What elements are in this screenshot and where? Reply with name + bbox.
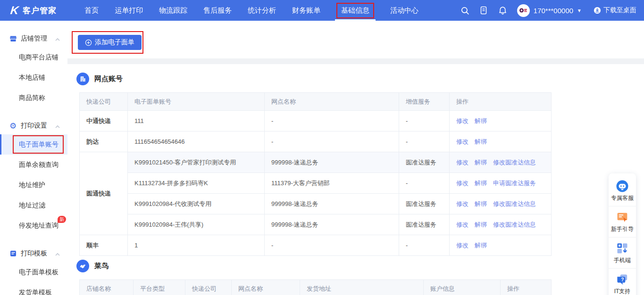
branch-name-cell: 999998-速递总务 (265, 152, 399, 173)
waybill-account-cell: K11132734-拼多多扫码寄K (128, 173, 265, 194)
table-row: 韵达111654654654646--修改解绑 (80, 131, 552, 152)
sidebar-item-label: 发货单模板 (19, 288, 52, 295)
app-logo-icon: K (10, 5, 19, 16)
float-item-IT支持[interactable]: ?IT支持 (609, 268, 636, 295)
value-added-service-cell: 圆准达服务 (399, 194, 450, 214)
main-content: 添加电子面单 网点账号 快递公司电子面单账号网点名称增值服务操作中通快递111-… (67, 21, 644, 295)
branch-name-cell: - (265, 131, 399, 152)
float-item-label: IT支持 (614, 287, 631, 295)
action-link-解绑[interactable]: 解绑 (475, 200, 487, 207)
table-row: K9991020984-代收测试专用999998-速递总务圆准达服务修改解绑修改… (80, 194, 552, 214)
cainiao-accounts-table: 店铺名称平台类型快递公司网点名称发货地址账户信息操作 (79, 279, 552, 295)
float-item-label: 专属客服 (611, 194, 634, 202)
table-row: K9991020984-王伟(共享)999998-速递总务圆准达服务修改解绑修改… (80, 214, 552, 235)
nav-item-运单打印[interactable]: 运单打印 (107, 0, 151, 21)
column-header-网点名称: 网点名称 (232, 280, 300, 295)
actions-cell: 修改解绑修改圆准达信息 (450, 194, 552, 214)
sidebar-item-本地店铺[interactable]: 本地店铺 (0, 67, 67, 88)
sidebar-item-label: 面单余额查询 (19, 161, 59, 168)
nav-item-label: 基础信息 (336, 3, 374, 18)
avatar (517, 4, 530, 17)
search-icon[interactable] (460, 6, 469, 15)
action-link-解绑[interactable]: 解绑 (475, 138, 487, 145)
account-menu[interactable]: 170***00000 ▼ (517, 4, 582, 17)
nav-item-label: 财务账单 (292, 6, 320, 15)
sidebar-item-发货单模板[interactable]: 发货单模板 (0, 282, 67, 295)
action-link-修改[interactable]: 修改 (456, 180, 468, 187)
sidebar-item-商品简称[interactable]: 商品简称 (0, 88, 67, 108)
actions-cell: 修改解绑 (450, 235, 552, 256)
sidebar-item-地址维护[interactable]: 地址维护 (0, 175, 67, 195)
table-row: 中通快递111--修改解绑 (80, 111, 552, 131)
action-link-修改圆准达信息[interactable]: 修改圆准达信息 (493, 221, 536, 228)
nav-item-基础信息[interactable]: 基础信息 (328, 0, 382, 21)
sidebar-group-label: 打印模板 (21, 249, 47, 258)
sidebar: 店铺管理电商平台店铺本地店铺商品简称⚙打印设置电子面单账号面单余额查询地址维护地… (0, 21, 67, 295)
action-link-修改[interactable]: 修改 (456, 221, 468, 228)
action-link-解绑[interactable]: 解绑 (475, 221, 487, 228)
sidebar-group-打印设置[interactable]: ⚙打印设置 (0, 117, 67, 134)
action-link-修改[interactable]: 修改 (456, 138, 468, 145)
column-header-操作: 操作 (450, 93, 552, 111)
column-header-店铺名称: 店铺名称 (80, 280, 134, 295)
value-added-service-cell: - (399, 111, 450, 131)
mobile-qr-icon (616, 242, 628, 255)
waybill-account-cell: K9991020984-王伟(共享) (128, 214, 265, 235)
float-item-专属客服[interactable]: 专属客服 (609, 175, 636, 206)
sidebar-item-label: 本地店铺 (19, 74, 45, 81)
storefront-icon (9, 35, 17, 43)
action-link-解绑[interactable]: 解绑 (475, 242, 487, 249)
branch-name-cell: - (265, 235, 399, 256)
float-item-手机端[interactable]: 手机端 (609, 237, 636, 268)
sidebar-item-label: 电子面单账号 (19, 140, 59, 148)
sidebar-item-停发地址查询[interactable]: 停发地址查询新 (0, 215, 67, 236)
column-header-增值服务: 增值服务 (399, 93, 450, 111)
sidebar-group-店铺管理[interactable]: 店铺管理 (0, 30, 67, 47)
nav-item-活动中心[interactable]: 活动中心 (382, 0, 427, 21)
nav-item-物流跟踪[interactable]: 物流跟踪 (151, 0, 195, 21)
sidebar-group-label: 打印设置 (21, 122, 47, 130)
nav-item-财务账单[interactable]: 财务账单 (284, 0, 328, 21)
action-link-解绑[interactable]: 解绑 (475, 117, 487, 124)
action-link-修改圆准达信息[interactable]: 修改圆准达信息 (493, 159, 536, 166)
download-icon (594, 7, 601, 14)
waybill-account-cell: 1 (128, 235, 265, 256)
action-link-解绑[interactable]: 解绑 (475, 180, 487, 187)
column-header-网点名称: 网点名称 (265, 93, 399, 111)
action-link-修改[interactable]: 修改 (456, 117, 468, 124)
action-link-修改[interactable]: 修改 (456, 200, 468, 207)
bell-icon[interactable] (498, 6, 507, 15)
document-icon[interactable] (479, 6, 488, 15)
beginner-guide-icon (616, 211, 629, 224)
column-header-操作: 操作 (501, 280, 552, 295)
sidebar-group-打印模板[interactable]: 打印模板 (0, 245, 67, 262)
waybill-account-cell: 111654654654646 (128, 131, 265, 152)
action-link-申请圆准达服务[interactable]: 申请圆准达服务 (493, 180, 536, 187)
add-waybill-account-button[interactable]: 添加电子面单 (78, 35, 142, 50)
app-logo[interactable]: K 客户管家 (10, 5, 57, 16)
sidebar-item-电子面单账号[interactable]: 电子面单账号 (0, 134, 67, 155)
float-item-新手引导[interactable]: 新手引导 (609, 206, 636, 237)
sidebar-item-label: 电商平台店铺 (19, 53, 59, 61)
sidebar-item-面单余额查询[interactable]: 面单余额查询 (0, 155, 67, 175)
accounts-panel: 网点账号 快递公司电子面单账号网点名称增值服务操作中通快递111--修改解绑韵达… (67, 64, 644, 295)
cainiao-section-header: 菜鸟 (67, 260, 644, 272)
sidebar-item-label: 停发地址查询 (19, 221, 59, 229)
sidebar-item-电子面单模板[interactable]: 电子面单模板 (0, 262, 67, 282)
waybill-account-cell: K9991020984-代收测试专用 (128, 194, 265, 214)
sidebar-item-电商平台店铺[interactable]: 电商平台店铺 (0, 47, 67, 67)
value-added-service-cell: 圆准达服务 (399, 214, 450, 235)
action-link-解绑[interactable]: 解绑 (475, 159, 487, 166)
customer-service-icon (616, 180, 629, 193)
download-desktop-button[interactable]: 下载至桌面 (594, 6, 636, 15)
column-header-平台类型: 平台类型 (134, 280, 185, 295)
action-link-修改[interactable]: 修改 (456, 159, 468, 166)
action-link-修改[interactable]: 修改 (456, 242, 468, 249)
waybill-section-header: 网点账号 (67, 64, 644, 85)
nav-item-售后服务[interactable]: 售后服务 (195, 0, 240, 21)
action-link-修改圆准达信息[interactable]: 修改圆准达信息 (493, 200, 536, 207)
nav-item-首页[interactable]: 首页 (76, 0, 107, 21)
sidebar-item-地址过滤[interactable]: 地址过滤 (0, 195, 67, 215)
nav-item-统计分析[interactable]: 统计分析 (240, 0, 284, 21)
column-header-快递公司: 快递公司 (80, 93, 128, 111)
